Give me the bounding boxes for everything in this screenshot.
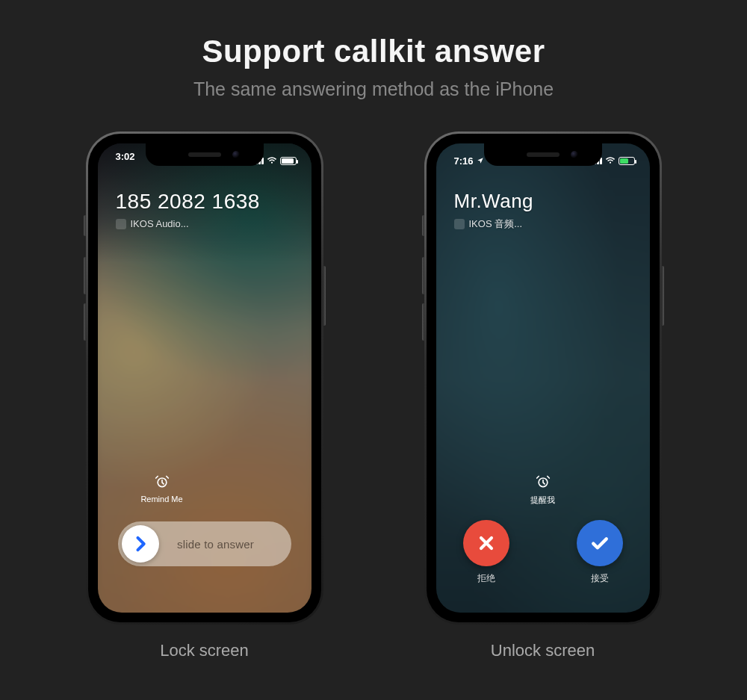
phone-caption-unlock: Unlock screen (491, 641, 595, 660)
decline-button[interactable]: 拒绝 (463, 520, 509, 585)
caller-id: Mr.Wang (454, 190, 632, 213)
accept-button[interactable]: 接受 (577, 520, 623, 585)
remind-me-button[interactable]: Remind Me (132, 474, 192, 504)
status-time: 3:02 (116, 151, 135, 170)
accept-label: 接受 (591, 572, 609, 585)
location-icon (477, 157, 484, 164)
remind-me-label: Remind Me (140, 495, 182, 504)
slide-to-answer[interactable]: slide to answer (118, 521, 291, 566)
slide-to-answer-label: slide to answer (159, 538, 288, 551)
phone-caption-lock: Lock screen (160, 641, 249, 660)
page-subtitle: The same answering method as the iPhone (0, 78, 747, 100)
slider-knob[interactable] (122, 525, 159, 563)
battery-icon (280, 157, 297, 165)
notch (484, 143, 602, 166)
alarm-clock-icon (154, 474, 170, 490)
remind-me-label: 提醒我 (530, 495, 555, 506)
call-source-label: IKOS Audio... (131, 218, 189, 229)
check-icon (589, 532, 611, 554)
status-time: 7:16 (454, 155, 474, 167)
alarm-clock-icon (535, 474, 551, 490)
speaker-grille (188, 152, 221, 157)
remind-me-button[interactable]: 提醒我 (436, 474, 650, 506)
call-source-label: IKOS 音频... (469, 217, 523, 231)
x-icon (476, 533, 497, 554)
app-badge-icon (116, 219, 126, 229)
page-title: Support callkit answer (0, 0, 747, 69)
call-source: IKOS 音频... (454, 217, 632, 231)
wifi-icon (605, 157, 616, 164)
call-source: IKOS Audio... (116, 218, 294, 229)
battery-charging-icon (619, 157, 635, 165)
phone-unlock-screen: 7:16 (424, 131, 662, 625)
front-camera (571, 151, 578, 158)
app-badge-icon (454, 219, 465, 229)
front-camera (232, 151, 240, 158)
speaker-grille (527, 152, 560, 157)
phone-lock-screen: 3:02 (86, 131, 323, 625)
decline-label: 拒绝 (477, 572, 495, 585)
caller-id: 185 2082 1638 (116, 190, 294, 214)
notch (146, 143, 264, 166)
wifi-icon (267, 157, 277, 164)
